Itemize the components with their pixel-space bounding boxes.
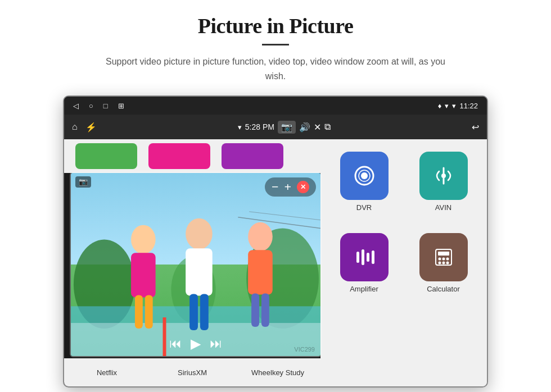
pip-close-button[interactable]: ✕ (297, 181, 309, 193)
svg-line-19 (249, 212, 320, 220)
prev-track-icon[interactable]: ⏮ (169, 336, 182, 351)
next-track-icon[interactable]: ⏭ (210, 336, 222, 351)
nav-time: 5:28 PM (245, 122, 274, 131)
amplifier-icon (340, 233, 389, 281)
svg-rect-11 (189, 294, 198, 330)
amplifier-label: Amplifier (350, 285, 378, 293)
video-scene (71, 173, 320, 356)
nav-bar-center: ▾ 5:28 PM 📷 🔊 ✕ ⧉ (238, 121, 331, 134)
svg-point-30 (438, 257, 441, 260)
svg-rect-10 (186, 248, 213, 295)
watermark: VIC299 (294, 346, 315, 353)
avin-icon (419, 152, 468, 200)
pip-video-content: 📷 − + ✕ ⏮ ▶ ⏭ (71, 173, 320, 356)
svg-point-13 (248, 222, 273, 252)
home-nav-icon[interactable]: ○ (89, 102, 93, 110)
location-icon: ♦ (438, 102, 442, 110)
svg-rect-8 (145, 295, 153, 329)
device-frame: ◁ ○ □ ⊞ ♦ ▾ ▾ 11:22 ⌂ ⚡ ▾ 5:28 PM 📷 � (63, 95, 488, 388)
close-nav-icon[interactable]: ✕ (314, 122, 321, 133)
dvr-icon (340, 152, 389, 200)
svg-point-35 (446, 261, 449, 264)
svg-point-23 (441, 174, 446, 178)
pip-controls-bar: − + ✕ (265, 177, 316, 197)
svg-rect-27 (372, 250, 374, 264)
app-row-top (64, 139, 320, 173)
svg-rect-12 (200, 294, 209, 330)
video-scene-svg (71, 173, 320, 356)
pip-media-controls: ⏮ ▶ ⏭ (169, 336, 222, 352)
status-bar: ◁ ○ □ ⊞ ♦ ▾ ▾ 11:22 (64, 97, 487, 115)
dvr-icon-svg (352, 163, 377, 188)
svg-point-21 (361, 172, 368, 179)
svg-point-5 (131, 225, 156, 254)
pip-video-window[interactable]: 📷 − + ✕ ⏮ ▶ ⏭ (70, 172, 322, 357)
volume-nav-icon[interactable]: 🔊 (299, 122, 310, 133)
nav-bar-right: ↩ (472, 122, 479, 133)
svg-rect-14 (248, 250, 273, 294)
svg-rect-25 (362, 249, 364, 265)
netflix-btn-placeholder (75, 143, 137, 169)
svg-rect-6 (131, 253, 156, 297)
app-labels-row: Netflix SiriusXM Wheelkey Study (64, 358, 320, 386)
title-underline (262, 44, 289, 45)
avin-label: AVIN (435, 203, 451, 212)
play-pause-icon[interactable]: ▶ (191, 336, 201, 352)
svg-rect-15 (251, 294, 259, 327)
pip-minus-icon[interactable]: − (272, 180, 279, 194)
page-title: Picture in Picture (198, 13, 354, 38)
pip-plus-icon[interactable]: + (284, 180, 291, 194)
signal-status-icon: ▾ (452, 102, 456, 110)
nav-bar: ⌂ ⚡ ▾ 5:28 PM 📷 🔊 ✕ ⧉ ↩ (64, 115, 487, 139)
status-bar-left: ◁ ○ □ ⊞ (73, 102, 124, 110)
svg-rect-29 (438, 252, 449, 256)
status-bar-right: ♦ ▾ ▾ 11:22 (438, 102, 478, 110)
svg-rect-26 (367, 253, 369, 262)
usb-icon: ⚡ (85, 122, 97, 133)
wifi-nav-icon: ▾ (238, 123, 242, 131)
status-time: 11:22 (459, 102, 478, 110)
dvr-app[interactable]: DVR (340, 152, 389, 212)
back-icon[interactable]: ↩ (472, 122, 479, 133)
svg-line-18 (238, 217, 320, 229)
calculator-label: Calculator (427, 285, 460, 293)
back-nav-icon[interactable]: ◁ (73, 102, 79, 110)
siriusxm-btn-placeholder (148, 143, 210, 169)
amplifier-app[interactable]: Amplifier (340, 233, 389, 293)
pip-area: 📷 − + ✕ ⏮ ▶ ⏭ (64, 139, 320, 386)
wheelkey-btn-placeholder (222, 143, 283, 169)
calculator-icon (419, 233, 468, 281)
amplifier-icon-svg (352, 245, 377, 270)
svg-rect-24 (356, 252, 359, 263)
screenshot-nav-icon[interactable]: ⊞ (118, 102, 124, 110)
page-wrapper: Picture in Picture Support video picture… (0, 0, 551, 388)
netflix-label: Netflix (64, 358, 150, 386)
svg-rect-17 (163, 317, 166, 356)
siriusxm-label: SiriusXM (150, 358, 235, 386)
recents-nav-icon[interactable]: □ (103, 102, 108, 110)
avin-app[interactable]: AVIN (419, 152, 468, 212)
svg-point-31 (442, 257, 445, 260)
home-icon[interactable]: ⌂ (72, 122, 78, 132)
svg-point-9 (186, 218, 213, 250)
svg-rect-16 (261, 294, 269, 327)
wheelkey-label: Wheelkey Study (235, 358, 320, 386)
svg-point-32 (446, 257, 449, 260)
pip-nav-icon[interactable]: ⧉ (324, 122, 331, 132)
svg-point-34 (442, 261, 445, 264)
camera-nav-icon[interactable]: 📷 (278, 121, 296, 134)
svg-rect-7 (135, 295, 143, 329)
subtitle: Support video picture in picture functio… (96, 54, 455, 83)
dvr-label: DVR (356, 203, 372, 212)
svg-point-33 (438, 261, 441, 264)
main-content: 📷 − + ✕ ⏮ ▶ ⏭ (64, 139, 487, 386)
wifi-status-icon: ▾ (445, 102, 449, 110)
avin-icon-svg (431, 163, 456, 188)
calculator-app[interactable]: Calculator (419, 233, 468, 293)
app-grid: DVR AVIN (320, 139, 487, 386)
pip-record-icon: 📷 (75, 176, 91, 188)
nav-bar-left: ⌂ ⚡ (72, 122, 97, 133)
calculator-icon-svg (431, 245, 456, 270)
